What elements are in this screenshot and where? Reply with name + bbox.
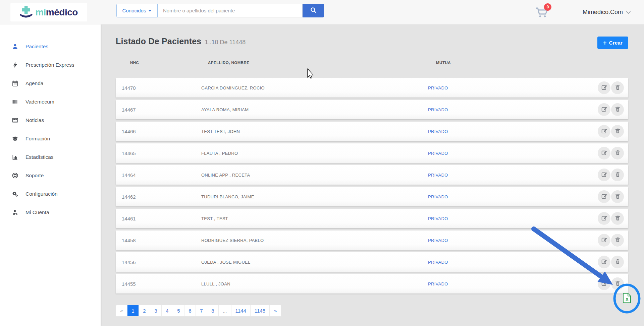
trash-icon (614, 258, 621, 266)
delete-button[interactable] (611, 256, 624, 268)
nhc-value: 14465 (122, 150, 201, 156)
edit-icon (601, 106, 607, 113)
edit-button[interactable] (598, 147, 610, 159)
patient-row[interactable]: 14464 ONLINE APP , RECETA PRIVADO (116, 165, 628, 185)
calendar-icon (12, 80, 18, 87)
nhc-value: 14458 (122, 238, 201, 243)
page-button[interactable]: 5 (173, 305, 184, 316)
svg-text:X: X (626, 297, 629, 302)
patient-row[interactable]: 14470 GARCIA DOMINGUEZ, ROCIO PRIVADO (116, 78, 628, 97)
page-button[interactable]: 1144 (231, 305, 251, 316)
sidebar-item-configuraci-n[interactable]: Configuración (0, 185, 101, 203)
mutua-link[interactable]: PRIVADO (428, 85, 597, 90)
sidebar-item-soporte[interactable]: Soporte (0, 166, 101, 185)
create-patient-button[interactable]: + Crear (597, 37, 628, 49)
delete-button[interactable] (611, 81, 624, 94)
patient-row[interactable]: 14461 TEST , TEST PRIVADO (116, 209, 628, 228)
trash-icon (614, 149, 621, 157)
page-button[interactable]: « (116, 305, 127, 316)
top-header: mimédico Conocidos 0 Mimedico.Com (0, 0, 644, 24)
nhc-value: 14455 (122, 281, 201, 287)
edit-button[interactable] (598, 256, 610, 268)
delete-button[interactable] (611, 190, 624, 203)
cart-icon (535, 13, 549, 19)
patient-row[interactable]: 14466 TEST TEST, JOHN PRIVADO (116, 122, 628, 141)
search-button[interactable] (303, 4, 324, 17)
sidebar-item-estad-sticas[interactable]: Estadísticas (0, 148, 101, 166)
export-excel-button[interactable]: X (622, 293, 632, 304)
mutua-link[interactable]: PRIVADO (428, 216, 597, 221)
trash-icon (614, 84, 621, 91)
nhc-value: 14470 (122, 85, 201, 91)
page-button[interactable]: » (270, 305, 281, 316)
edit-button[interactable] (598, 190, 610, 203)
delete-button[interactable] (611, 277, 624, 290)
mutua-link[interactable]: PRIVADO (428, 238, 597, 243)
edit-icon (601, 280, 607, 287)
sidebar-item-noticias[interactable]: Noticias (0, 111, 101, 129)
trash-icon (614, 171, 621, 179)
patient-name: TEST , TEST (201, 216, 428, 221)
mutua-link[interactable]: PRIVADO (428, 281, 597, 286)
edit-button[interactable] (598, 125, 610, 138)
mutua-link[interactable]: PRIVADO (428, 107, 597, 112)
delete-button[interactable] (611, 125, 624, 138)
mutua-link[interactable]: PRIVADO (428, 260, 597, 265)
patient-row[interactable]: 14456 OJEDA , JOSE MIGUEL PRIVADO (116, 252, 628, 272)
delete-button[interactable] (611, 234, 624, 247)
delete-button[interactable] (611, 212, 624, 225)
excel-file-icon: X (623, 299, 631, 304)
edit-button[interactable] (598, 169, 610, 181)
search-input[interactable] (158, 4, 303, 17)
sidebar-item-mi-cuenta[interactable]: Mi Cuenta (0, 203, 101, 221)
page-button[interactable]: 1145 (251, 305, 270, 316)
mutua-link[interactable]: PRIVADO (428, 194, 597, 199)
page-button[interactable]: 6 (184, 305, 196, 316)
page-button[interactable]: 2 (139, 305, 150, 316)
edit-button[interactable] (598, 212, 610, 225)
bar-chart-icon (12, 154, 18, 160)
logo-text: mimédico (35, 7, 78, 18)
mutua-link[interactable]: PRIVADO (428, 129, 597, 134)
sidebar-item-formaci-n[interactable]: Formación (0, 129, 101, 148)
account-menu[interactable]: Mimedico.Com (583, 0, 631, 24)
trash-icon (614, 128, 621, 135)
page-button[interactable]: ... (219, 305, 231, 316)
edit-button[interactable] (598, 103, 610, 116)
user-icon (12, 43, 18, 50)
page-button[interactable]: 4 (162, 305, 173, 316)
page-button[interactable]: 8 (207, 305, 219, 316)
patient-row[interactable]: 14467 AYALA ROMA, MIRIAM PRIVADO (116, 100, 628, 119)
patient-row[interactable]: 14465 FLAUTA , PEDRO PRIVADO (116, 143, 628, 163)
delete-button[interactable] (611, 169, 624, 181)
sidebar-item-pacientes[interactable]: Pacientes (0, 37, 101, 56)
patient-row[interactable]: 14462 TUDURI BLANCO, JAIME PRIVADO (116, 187, 628, 206)
edit-button[interactable] (598, 81, 610, 94)
patient-row[interactable]: 14458 RODRIGUEZ SIERRA, PABLO PRIVADO (116, 231, 628, 250)
page-button[interactable]: 3 (150, 305, 162, 316)
edit-icon (601, 193, 607, 200)
gears-icon (12, 191, 18, 197)
edit-button[interactable] (598, 277, 610, 290)
life-ring-icon (12, 172, 18, 179)
nhc-value: 14464 (122, 172, 201, 178)
sidebar-item-vademecum[interactable]: Vademecum (0, 92, 101, 111)
delete-button[interactable] (611, 147, 624, 159)
edit-icon (601, 237, 607, 244)
search-filter-dropdown[interactable]: Conocidos (116, 4, 158, 17)
column-header-nhc: NHC (130, 61, 208, 67)
sidebar-item-agenda[interactable]: Agenda (0, 74, 101, 92)
patient-row[interactable]: 14455 LLULL , JOAN PRIVADO (116, 274, 628, 294)
page-button-current[interactable]: 1 (127, 305, 139, 316)
edit-icon (601, 84, 607, 91)
cart-badge: 0 (544, 3, 551, 11)
page-button[interactable]: 7 (196, 305, 207, 316)
delete-button[interactable] (611, 103, 624, 116)
app-logo[interactable]: mimédico (10, 3, 87, 21)
mutua-link[interactable]: PRIVADO (428, 151, 597, 156)
sidebar-item-prescripci-n-express[interactable]: Prescripción Express (0, 56, 101, 74)
edit-icon (601, 215, 607, 222)
cart-button[interactable]: 0 (535, 7, 550, 19)
mutua-link[interactable]: PRIVADO (428, 173, 597, 178)
edit-button[interactable] (598, 234, 610, 247)
